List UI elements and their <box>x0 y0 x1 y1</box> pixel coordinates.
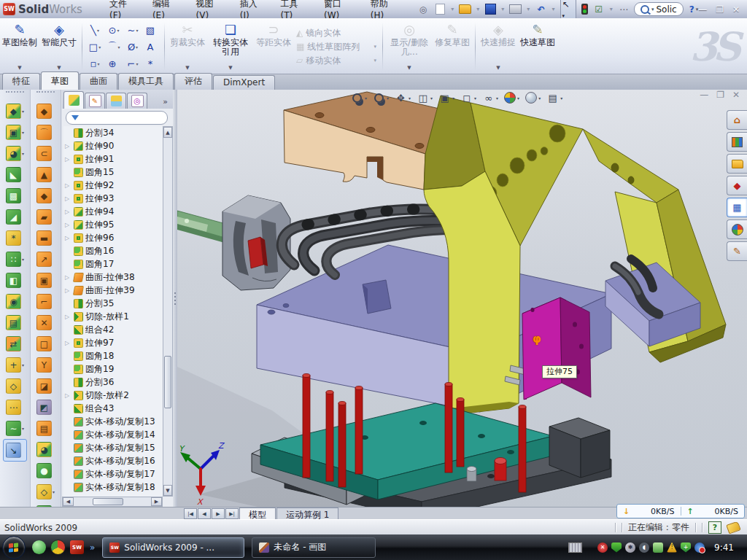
tree-horizontal-scrollbar[interactable]: ◀ ▶ <box>62 497 163 507</box>
sketch-entity-button[interactable]: □▾ <box>85 39 104 55</box>
restore-button[interactable]: ❐ <box>716 4 724 15</box>
sketch-entity-button[interactable]: ▫▾ <box>85 55 104 72</box>
model-canvas[interactable]: Y Z X <box>177 90 747 507</box>
search-box[interactable]: ▾ Solic <box>634 2 684 16</box>
pin-icon[interactable]: ◎ <box>417 4 429 15</box>
expander-icon[interactable]: ▷ <box>65 340 71 346</box>
feature-tool-button[interactable]: ▣▾ <box>0 122 30 143</box>
save-dropdown-icon[interactable]: ▾ <box>501 6 504 12</box>
entity-dropdown-icon[interactable]: ▾ <box>136 61 138 66</box>
surface-tool-button[interactable]: ◇▾ <box>31 481 61 502</box>
part-guide-rod[interactable] <box>177 211 228 243</box>
hud-icon[interactable] <box>525 92 537 104</box>
feature-tool-button[interactable]: ∷▾ <box>0 249 30 270</box>
sketch-entity-button[interactable]: *▾ <box>142 55 161 72</box>
ribbon-tab[interactable]: 评估 <box>174 73 212 90</box>
taskbar-clock[interactable]: 9:41 <box>708 542 741 553</box>
hud-icon[interactable] <box>438 92 451 104</box>
feature-tool-button[interactable]: ◣▾ <box>0 164 30 185</box>
part-magenta-block[interactable] <box>522 298 591 400</box>
tree-item[interactable]: ▷ 圆角15 <box>63 166 163 179</box>
graphics-viewport[interactable]: Y Z X ▾▾▾▾▾▾▾▾▾▾ — ❐ ✕ ⌂ ◆ ▦ ✎ φ 拉伸75 <box>177 90 747 507</box>
feature-tool-button[interactable]: ◉▾ <box>0 291 30 312</box>
expander-icon[interactable]: ▷ <box>65 314 71 320</box>
tree-item[interactable]: ▷ 拉伸93 <box>63 192 163 205</box>
offset-entities-button[interactable]: ⊃ 等距实体 <box>254 20 293 74</box>
quick-launch-solidworks-icon[interactable]: SW <box>70 540 84 554</box>
surface-tool-button[interactable]: ◕▾ <box>31 439 61 460</box>
tree-item[interactable]: ▷ 实体-移动/复制18 <box>63 481 163 494</box>
feature-tool-button[interactable]: +▾ <box>0 354 30 376</box>
surface-tool-button[interactable]: ⌐▾ <box>31 291 61 312</box>
tree-item[interactable]: ▷ 组合43 <box>63 402 163 415</box>
ribbon-tab[interactable]: 特征 <box>2 73 40 90</box>
surface-tool-button[interactable]: ●▾ <box>31 460 61 481</box>
undo-icon[interactable]: ↶ <box>535 4 546 15</box>
ribbon-tab[interactable]: 草图 <box>41 71 79 90</box>
tray-shield-lightning-icon[interactable] <box>611 542 622 553</box>
tab-appearances[interactable] <box>727 219 747 239</box>
hud-icon[interactable] <box>460 92 473 104</box>
tree-item[interactable]: ▷ 拉伸96 <box>63 231 163 244</box>
tree-item[interactable]: ▷ 拉伸90 <box>63 139 163 152</box>
part-right-rail[interactable] <box>549 418 610 478</box>
tab-design-library[interactable] <box>727 132 747 152</box>
hud-dropdown-icon[interactable]: ▾ <box>517 96 519 101</box>
expander-icon[interactable]: ▷ <box>65 156 71 163</box>
quick-launch-browser-icon[interactable] <box>50 540 66 555</box>
hud-dropdown-icon[interactable]: ▾ <box>365 96 367 101</box>
tab-custom-properties[interactable]: ✎ <box>727 241 747 261</box>
surface-tool-button[interactable]: ⊂▾ <box>31 143 61 164</box>
save-icon[interactable] <box>484 4 496 15</box>
feature-tool-button[interactable]: ⋯▾ <box>0 397 30 418</box>
surface-tool-button[interactable]: □▾ <box>31 333 61 354</box>
tab-dimxpertmanager[interactable]: ◎ <box>127 93 147 109</box>
doc-minimize-button[interactable]: — <box>700 90 708 100</box>
search-input[interactable]: Solic <box>656 4 676 15</box>
hud-dropdown-icon[interactable]: ▾ <box>538 96 541 101</box>
entity-dropdown-icon[interactable]: ▾ <box>136 44 138 50</box>
repair-sketch-button[interactable]: ✎ 修复草图 <box>433 20 472 74</box>
next-tab-icon[interactable]: ▶ <box>212 508 225 519</box>
feature-tool-button[interactable]: ▩▾ <box>0 185 30 206</box>
print-dropdown-icon[interactable]: ▾ <box>527 6 530 12</box>
surface-tool-button[interactable]: ◆▾ <box>31 101 61 122</box>
sketch-entity-button[interactable]: ╲▾ <box>85 22 104 39</box>
search-dropdown-icon[interactable]: ▾ <box>651 7 654 12</box>
minimize-button[interactable]: — <box>698 4 707 15</box>
tree-item[interactable]: ▷ 实体-移动/复制16 <box>63 454 163 467</box>
tab-featuremanager[interactable] <box>63 91 84 109</box>
feature-tool-button[interactable]: ◆▾ <box>0 101 30 122</box>
tray-volume-icon[interactable]: ◖ <box>639 542 649 553</box>
sketch-button[interactable]: ✎ 草图绘制 ▼ <box>0 20 39 74</box>
expander-icon[interactable]: ▷ <box>65 222 71 228</box>
taskbar-window-solidworks[interactable]: SW SolidWorks 2009 - ... <box>102 537 244 558</box>
expander-icon[interactable]: ▷ <box>65 143 71 149</box>
hud-icon[interactable] <box>351 92 363 104</box>
tab-propertymanager[interactable]: ✎ <box>85 93 105 109</box>
expander-icon[interactable]: ▷ <box>65 209 71 215</box>
feature-tool-button[interactable]: ⇄▾ <box>0 333 30 354</box>
new-file-icon[interactable] <box>434 4 446 15</box>
options-icon[interactable]: ☑ <box>593 4 605 15</box>
surface-tool-button[interactable]: ▲▾ <box>31 164 61 185</box>
tree-item[interactable]: ▷ 实体-移动/复制17 <box>63 467 163 481</box>
sketch-entity-button[interactable]: ⌐▾ <box>123 55 142 72</box>
tree-item[interactable]: ▷ 圆角17 <box>63 257 163 271</box>
expander-icon[interactable]: ▷ <box>65 392 71 399</box>
tool-dropdown-icon[interactable]: ▾ <box>53 489 55 494</box>
tray-network-icon[interactable] <box>653 542 663 553</box>
convert-dropdown-icon[interactable]: ▼ <box>228 63 232 73</box>
ribbon-tab[interactable]: DimXpert <box>213 75 275 90</box>
tree-item[interactable]: ▷ 组合42 <box>63 323 163 336</box>
hud-icon[interactable] <box>482 92 495 104</box>
print-icon[interactable] <box>509 4 522 15</box>
pattern-dropdown-icon[interactable]: ▾ <box>374 58 376 63</box>
pattern-tool-button[interactable]: ▦ 线性草图阵列 ▾ <box>293 41 379 53</box>
status-help-button[interactable]: ? <box>708 521 721 534</box>
hud-dropdown-icon[interactable]: ▾ <box>496 96 498 101</box>
trim-dropdown-icon[interactable]: ▼ <box>185 63 189 73</box>
entity-dropdown-icon[interactable]: ▾ <box>117 44 120 50</box>
ribbon-tab[interactable]: 模具工具 <box>118 73 174 90</box>
feature-tool-button[interactable]: ◧▾ <box>0 270 30 291</box>
